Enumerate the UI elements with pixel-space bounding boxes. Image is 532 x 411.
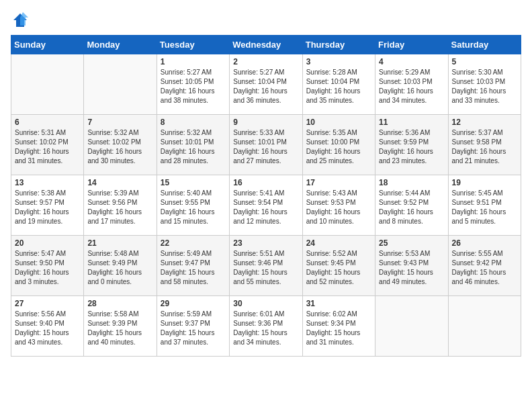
day-info: Sunrise: 5:51 AM Sunset: 9:46 PM Dayligh… [233,249,298,287]
calendar-day-cell: 2Sunrise: 5:27 AM Sunset: 10:04 PM Dayli… [230,54,302,115]
calendar-day-cell: 11Sunrise: 5:36 AM Sunset: 9:59 PM Dayli… [375,115,448,175]
day-number: 2 [233,57,298,66]
day-info: Sunrise: 5:58 AM Sunset: 9:39 PM Dayligh… [87,310,152,347]
day-info: Sunrise: 5:47 AM Sunset: 9:50 PM Dayligh… [15,249,80,287]
weekday-header-cell: Wednesday [230,36,302,54]
calendar-day-cell: 24Sunrise: 5:52 AM Sunset: 9:45 PM Dayli… [302,236,375,296]
day-number: 29 [161,299,226,308]
day-number: 13 [15,178,80,187]
day-number: 26 [452,238,517,248]
day-info: Sunrise: 5:29 AM Sunset: 10:03 PM Daylig… [379,68,444,105]
weekday-header-cell: Thursday [302,36,375,54]
calendar-day-cell: 26Sunrise: 5:55 AM Sunset: 9:42 PM Dayli… [448,236,521,296]
calendar-day-cell: 5Sunrise: 5:30 AM Sunset: 10:03 PM Dayli… [448,54,521,115]
day-number: 18 [379,178,444,187]
calendar-day-cell: 18Sunrise: 5:44 AM Sunset: 9:52 PM Dayli… [375,175,448,236]
day-number: 3 [306,57,371,66]
day-info: Sunrise: 5:38 AM Sunset: 9:57 PM Dayligh… [15,189,80,226]
day-info: Sunrise: 5:37 AM Sunset: 9:58 PM Dayligh… [452,128,517,166]
day-info: Sunrise: 5:27 AM Sunset: 10:05 PM Daylig… [161,68,226,105]
day-info: Sunrise: 5:30 AM Sunset: 10:03 PM Daylig… [452,68,517,105]
day-number: 9 [233,118,298,127]
day-number: 17 [306,178,371,187]
day-number: 28 [87,299,152,308]
day-number: 6 [15,118,80,127]
day-info: Sunrise: 5:55 AM Sunset: 9:42 PM Dayligh… [452,249,517,287]
calendar-day-cell: 29Sunrise: 5:59 AM Sunset: 9:37 PM Dayli… [157,296,229,357]
day-number: 7 [87,118,152,127]
day-info: Sunrise: 5:28 AM Sunset: 10:04 PM Daylig… [306,68,371,105]
calendar-day-cell: 23Sunrise: 5:51 AM Sunset: 9:46 PM Dayli… [230,236,302,296]
day-info: Sunrise: 5:53 AM Sunset: 9:43 PM Dayligh… [379,249,444,287]
calendar-day-cell: 6Sunrise: 5:31 AM Sunset: 10:02 PM Dayli… [11,115,84,175]
day-number: 23 [233,238,298,248]
day-number: 16 [233,178,298,187]
calendar-day-cell: 3Sunrise: 5:28 AM Sunset: 10:04 PM Dayli… [302,54,375,115]
calendar-week-row: 6Sunrise: 5:31 AM Sunset: 10:02 PM Dayli… [11,115,521,175]
calendar-day-cell: 17Sunrise: 5:43 AM Sunset: 9:53 PM Dayli… [302,175,375,236]
day-number: 5 [452,57,517,66]
day-number: 22 [161,238,226,248]
day-number: 21 [87,238,152,248]
day-number: 25 [379,238,444,248]
day-info: Sunrise: 6:01 AM Sunset: 9:36 PM Dayligh… [233,310,298,347]
calendar-day-cell [375,296,448,357]
day-number: 12 [452,118,517,127]
calendar-day-cell: 22Sunrise: 5:49 AM Sunset: 9:47 PM Dayli… [157,236,229,296]
calendar-day-cell: 28Sunrise: 5:58 AM Sunset: 9:39 PM Dayli… [84,296,157,357]
calendar-week-row: 13Sunrise: 5:38 AM Sunset: 9:57 PM Dayli… [11,175,521,236]
calendar-week-row: 1Sunrise: 5:27 AM Sunset: 10:05 PM Dayli… [11,54,521,115]
day-number: 20 [15,238,80,248]
calendar: SundayMondayTuesdayWednesdayThursdayFrid… [11,35,521,357]
calendar-day-cell: 9Sunrise: 5:33 AM Sunset: 10:01 PM Dayli… [230,115,302,175]
weekday-header-cell: Monday [84,36,157,54]
day-info: Sunrise: 5:48 AM Sunset: 9:49 PM Dayligh… [87,249,152,287]
day-number: 15 [161,178,226,187]
calendar-day-cell: 25Sunrise: 5:53 AM Sunset: 9:43 PM Dayli… [375,236,448,296]
calendar-day-cell: 13Sunrise: 5:38 AM Sunset: 9:57 PM Dayli… [11,175,84,236]
calendar-day-cell: 1Sunrise: 5:27 AM Sunset: 10:05 PM Dayli… [157,54,229,115]
calendar-day-cell: 12Sunrise: 5:37 AM Sunset: 9:58 PM Dayli… [448,115,521,175]
day-info: Sunrise: 5:31 AM Sunset: 10:02 PM Daylig… [15,128,80,166]
day-info: Sunrise: 5:32 AM Sunset: 10:02 PM Daylig… [87,128,152,166]
page-header [11,11,521,30]
logo [11,11,32,30]
calendar-week-row: 27Sunrise: 5:56 AM Sunset: 9:40 PM Dayli… [11,296,521,357]
calendar-body: 1Sunrise: 5:27 AM Sunset: 10:05 PM Dayli… [11,54,521,357]
weekday-header-cell: Sunday [11,36,84,54]
day-info: Sunrise: 5:36 AM Sunset: 9:59 PM Dayligh… [379,128,444,166]
calendar-day-cell: 16Sunrise: 5:41 AM Sunset: 9:54 PM Dayli… [230,175,302,236]
day-number: 1 [161,57,226,66]
day-info: Sunrise: 5:32 AM Sunset: 10:01 PM Daylig… [161,128,226,166]
day-number: 31 [306,299,371,308]
day-number: 24 [306,238,371,248]
calendar-day-cell: 14Sunrise: 5:39 AM Sunset: 9:56 PM Dayli… [84,175,157,236]
calendar-day-cell: 27Sunrise: 5:56 AM Sunset: 9:40 PM Dayli… [11,296,84,357]
day-number: 19 [452,178,517,187]
day-number: 4 [379,57,444,66]
calendar-day-cell [11,54,84,115]
calendar-day-cell: 10Sunrise: 5:35 AM Sunset: 10:00 PM Dayl… [302,115,375,175]
calendar-day-cell: 21Sunrise: 5:48 AM Sunset: 9:49 PM Dayli… [84,236,157,296]
day-info: Sunrise: 5:52 AM Sunset: 9:45 PM Dayligh… [306,249,371,287]
calendar-day-cell: 30Sunrise: 6:01 AM Sunset: 9:36 PM Dayli… [230,296,302,357]
calendar-day-cell: 4Sunrise: 5:29 AM Sunset: 10:03 PM Dayli… [375,54,448,115]
calendar-day-cell [448,296,521,357]
weekday-header-cell: Friday [375,36,448,54]
day-info: Sunrise: 6:02 AM Sunset: 9:34 PM Dayligh… [306,310,371,347]
logo-icon [11,11,30,30]
day-number: 11 [379,118,444,127]
day-info: Sunrise: 5:43 AM Sunset: 9:53 PM Dayligh… [306,189,371,226]
day-info: Sunrise: 5:40 AM Sunset: 9:55 PM Dayligh… [161,189,226,226]
day-info: Sunrise: 5:35 AM Sunset: 10:00 PM Daylig… [306,128,371,166]
calendar-day-cell: 19Sunrise: 5:45 AM Sunset: 9:51 PM Dayli… [448,175,521,236]
svg-marker-1 [20,12,28,26]
day-info: Sunrise: 5:59 AM Sunset: 9:37 PM Dayligh… [161,310,226,347]
day-number: 14 [87,178,152,187]
weekday-header-cell: Tuesday [157,36,229,54]
day-number: 30 [233,299,298,308]
calendar-day-cell [84,54,157,115]
calendar-week-row: 20Sunrise: 5:47 AM Sunset: 9:50 PM Dayli… [11,236,521,296]
day-info: Sunrise: 5:44 AM Sunset: 9:52 PM Dayligh… [379,189,444,226]
day-info: Sunrise: 5:33 AM Sunset: 10:01 PM Daylig… [233,128,298,166]
